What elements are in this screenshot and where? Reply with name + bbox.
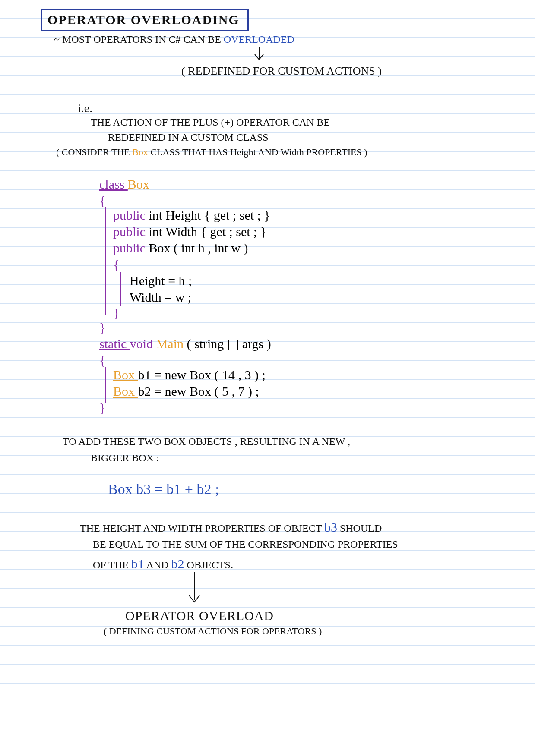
code-b1-box: Box [113,368,138,382]
code-guide-2 [120,272,121,306]
hw-and: AND [144,559,171,570]
hw-line1: THE HEIGHT AND WIDTH PROPERTIES OF OBJEC… [80,520,382,535]
hw-b2: b2 [171,557,184,571]
intro-overloaded: OVERLOADED [224,34,294,45]
code-class-name: Box [128,177,149,191]
add-line1: TO ADD THESE TWO BOX OBJECTS , RESULTING… [63,436,350,447]
code-static-kw: static [99,337,130,351]
code-class-line: class Box [99,177,149,192]
intro-line: ~ MOST OPERATORS IN C# CAN BE OVERLOADED [54,34,294,45]
hw-line3-pre: OF THE [93,559,131,570]
code-assign-h: Height = h ; [130,274,192,288]
code-brace-close-1: } [99,320,105,335]
code-width-rest: int Width { get ; set ; } [149,224,267,239]
code-class-kw: class [99,177,128,191]
code-width-prop: public int Width { get ; set ; } [113,224,266,239]
b3-box: Box [108,481,136,497]
consider-line: ( CONSIDER THE Box CLASS THAT HAS Height… [56,147,367,158]
code-main-args: ( string [ ] args ) [187,337,271,351]
page-title: OPERATOR OVERLOADING [41,9,249,31]
consider-mid: CLASS THAT HAS [148,147,230,158]
hw-b1: b1 [131,557,144,571]
code-main-line: static void Main ( string [ ] args ) [99,337,271,351]
code-guide-1 [105,207,106,315]
operator-overload-sub: ( DEFINING CUSTOM ACTIONS FOR OPERATORS … [104,626,322,637]
hw-post: SHOULD [337,523,382,534]
hw-line3-post: OBJECTS. [184,559,233,570]
redefined-text: ( REDEFINED FOR CUSTOM ACTIONS ) [181,65,382,78]
code-b2-rest: b2 = new Box ( 5 , 7 ) ; [138,384,259,398]
code-brace-close-2: } [113,306,119,320]
code-b1-rest: b1 = new Box ( 14 , 3 ) ; [138,368,266,382]
consider-post: PROPERTIES ) [304,147,367,158]
ie-line1: THE ACTION OF THE PLUS (+) OPERATOR CAN … [91,117,330,128]
add-line2: BIGGER BOX : [91,452,159,464]
b3-rest: b3 = b1 + b2 ; [136,481,219,497]
code-public-1: public [113,208,149,222]
code-brace-close-3: } [99,400,105,415]
code-main-name: Main [156,337,187,351]
ie-label: i.e. [78,101,92,115]
code-height-prop: public int Height { get ; set ; } [113,208,270,223]
b3-expression: Box b3 = b1 + b2 ; [108,481,219,498]
code-brace-open-2: { [113,257,119,272]
arrow-down-icon [250,47,268,64]
code-brace-open-1: { [99,193,105,208]
code-height-rest: int Height { get ; set ; } [149,208,270,222]
consider-pre: ( CONSIDER THE [56,147,132,158]
code-ctor-rest: Box ( int h , int w ) [149,241,248,255]
consider-box: Box [132,147,148,158]
hw-b3: b3 [324,520,337,534]
hw-line2: BE EQUAL TO THE SUM OF THE CORRESPONDING… [93,539,398,550]
hw-line3: OF THE b1 AND b2 OBJECTS. [93,557,233,571]
consider-and: AND [256,147,281,158]
consider-width: Width [281,147,304,158]
intro-prefix: ~ MOST OPERATORS IN C# CAN BE [54,34,224,45]
ie-line2: REDEFINED IN A CUSTOM CLASS [108,132,269,143]
consider-height: Height [230,147,256,158]
operator-overload-label: OPERATOR OVERLOAD [125,608,274,623]
hw-pre: THE HEIGHT AND WIDTH PROPERTIES OF OBJEC… [80,523,324,534]
code-assign-w: Width = w ; [130,290,191,305]
code-public-2: public [113,224,149,239]
code-guide-3 [105,367,106,403]
code-public-3: public [113,241,149,255]
arrow-down-icon-2 [186,572,203,606]
code-brace-open-3: { [99,353,105,368]
code-void-kw: void [130,337,156,351]
title-text: OPERATOR OVERLOADING [47,13,240,27]
code-b2: Box b2 = new Box ( 5 , 7 ) ; [113,384,259,399]
code-b2-box: Box [113,384,138,398]
code-b1: Box b1 = new Box ( 14 , 3 ) ; [113,368,266,382]
code-ctor: public Box ( int h , int w ) [113,241,248,255]
